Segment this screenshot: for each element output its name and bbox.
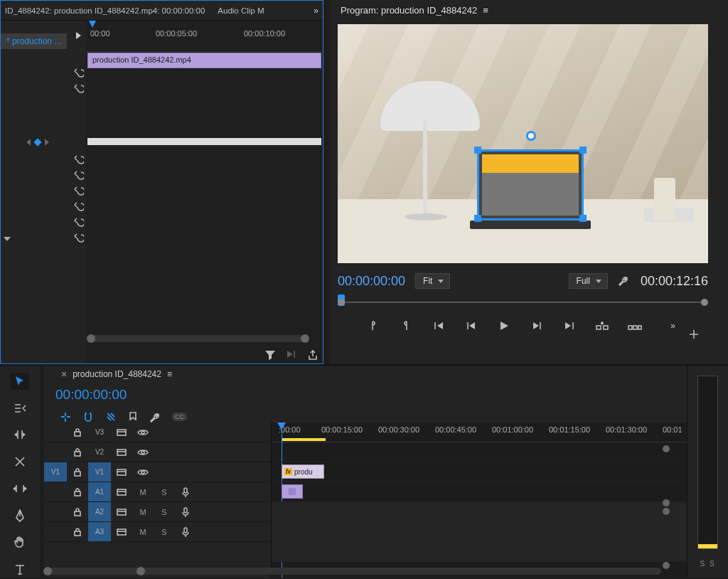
eye-icon[interactable] xyxy=(132,442,154,462)
expand-icon[interactable] xyxy=(76,32,81,39)
zoom-select[interactable]: Fit xyxy=(415,273,450,289)
solo-toggle[interactable]: S xyxy=(154,502,175,521)
rotation-handle-icon[interactable] xyxy=(526,131,536,141)
ripple-edit-tool-icon[interactable] xyxy=(11,427,29,444)
sync-lock-icon[interactable] xyxy=(111,522,132,541)
scrub-handle-icon[interactable] xyxy=(701,299,708,306)
wrench-icon[interactable] xyxy=(149,411,161,423)
timeline-timecode[interactable]: 00:00:00:00 xyxy=(50,383,277,405)
sync-lock-icon[interactable] xyxy=(111,462,132,482)
track-label[interactable]: V1 xyxy=(88,462,111,482)
wrench-icon[interactable] xyxy=(618,275,631,287)
undo-icon[interactable] xyxy=(72,169,85,181)
undo-icon[interactable] xyxy=(72,216,85,228)
prev-keyframe-icon[interactable] xyxy=(26,139,31,146)
mute-toggle[interactable]: M xyxy=(132,522,154,541)
timeline-h-scrollbar[interactable] xyxy=(44,568,661,575)
work-area-bar[interactable] xyxy=(282,438,326,441)
mark-in-icon[interactable] xyxy=(366,319,380,333)
close-icon[interactable]: × xyxy=(61,368,67,380)
lock-icon[interactable] xyxy=(67,462,88,482)
keyframe-diamond-icon[interactable] xyxy=(33,138,41,146)
lock-icon[interactable] xyxy=(67,502,88,521)
track-lane-v3[interactable] xyxy=(272,442,687,462)
hand-tool-icon[interactable] xyxy=(11,534,29,551)
mark-out-icon[interactable] xyxy=(399,319,413,333)
panel-menu-icon[interactable]: ≡ xyxy=(483,5,488,16)
pip-selection-box[interactable] xyxy=(477,149,584,221)
goto-out-icon[interactable] xyxy=(562,319,577,333)
sync-lock-icon[interactable] xyxy=(111,502,132,521)
next-keyframe-icon[interactable] xyxy=(45,139,49,146)
scroll-handle-icon[interactable] xyxy=(301,334,309,343)
program-scrubber[interactable] xyxy=(338,297,708,307)
sequence-name[interactable]: production ID_4884242 xyxy=(73,369,161,379)
audio-meter[interactable] xyxy=(697,376,718,549)
lock-icon[interactable] xyxy=(67,482,88,501)
resolution-select[interactable]: Full xyxy=(569,273,608,289)
v-scroll-handle-icon[interactable] xyxy=(663,562,670,569)
chevron-down-icon[interactable] xyxy=(4,237,11,241)
scroll-handle-icon[interactable] xyxy=(43,567,52,575)
eye-icon[interactable] xyxy=(132,423,154,442)
razor-tool-icon[interactable] xyxy=(11,453,29,470)
selection-handle-icon[interactable] xyxy=(474,147,481,154)
track-select-tool-icon[interactable] xyxy=(11,400,29,417)
snap-icon[interactable] xyxy=(82,411,94,423)
lock-icon[interactable] xyxy=(67,522,88,541)
clip-v1[interactable] xyxy=(282,484,303,499)
selection-handle-icon[interactable] xyxy=(474,215,481,222)
v-scroll-handle-icon[interactable] xyxy=(663,445,670,452)
track-lane-a2[interactable] xyxy=(272,522,687,542)
mic-icon[interactable] xyxy=(175,522,196,541)
play-icon[interactable] xyxy=(497,319,511,333)
mute-toggle[interactable]: M xyxy=(132,502,154,521)
add-button-icon[interactable] xyxy=(687,327,701,341)
solo-toggle[interactable]: S xyxy=(154,522,175,541)
lock-icon[interactable] xyxy=(67,423,88,442)
type-tool-icon[interactable] xyxy=(11,561,29,578)
step-back-icon[interactable] xyxy=(464,319,478,333)
step-forward-icon[interactable] xyxy=(530,319,544,333)
undo-icon[interactable] xyxy=(72,153,85,166)
source-clip[interactable]: production ID_4884242.mp4 xyxy=(87,53,321,68)
scroll-handle-icon[interactable] xyxy=(136,567,145,575)
pen-tool-icon[interactable] xyxy=(11,507,29,524)
filter-icon[interactable] xyxy=(264,349,276,361)
program-viewport[interactable] xyxy=(338,24,708,263)
track-label[interactable]: V3 xyxy=(88,423,111,442)
play-only-icon[interactable] xyxy=(286,349,297,361)
track-label[interactable]: A3 xyxy=(88,522,111,541)
scroll-handle-icon[interactable] xyxy=(87,334,95,343)
sync-lock-icon[interactable] xyxy=(111,423,132,442)
eye-icon[interactable] xyxy=(132,462,154,482)
source-tab-audio[interactable]: Audio Clip M xyxy=(218,6,264,15)
extract-icon[interactable] xyxy=(628,319,642,333)
source-tab-info[interactable]: ID_4884242: production ID_4884242.mp4: 0… xyxy=(5,6,205,15)
track-label[interactable]: A1 xyxy=(88,482,111,501)
scrub-handle-icon[interactable] xyxy=(338,299,345,306)
source-patch-v1[interactable]: V1 xyxy=(44,462,67,482)
undo-icon[interactable] xyxy=(72,200,85,213)
timeline-content[interactable]: :00:00 00:00:15:00 00:00:30:00 00:00:45:… xyxy=(272,423,687,578)
overflow-chevron-icon[interactable]: » xyxy=(314,6,318,16)
v-scroll-handle-icon[interactable] xyxy=(663,499,670,506)
playhead-icon[interactable] xyxy=(89,21,96,28)
track-label[interactable]: V2 xyxy=(88,442,111,462)
track-lane-v1[interactable] xyxy=(272,482,687,502)
goto-in-icon[interactable] xyxy=(432,319,446,333)
undo-icon[interactable] xyxy=(72,231,85,244)
mute-toggle[interactable]: M xyxy=(132,482,154,501)
source-sequence-tab[interactable]: * production ... xyxy=(1,33,67,49)
track-label[interactable]: A2 xyxy=(88,502,111,521)
track-lane-v2[interactable]: fx produ xyxy=(272,462,687,482)
captions-icon[interactable]: CC xyxy=(172,413,187,421)
v-scroll-handle-icon[interactable] xyxy=(663,508,670,515)
clip-v2[interactable]: fx produ xyxy=(282,464,324,479)
selection-handle-icon[interactable] xyxy=(579,215,587,222)
mic-icon[interactable] xyxy=(175,482,196,501)
more-chevron-icon[interactable]: » xyxy=(666,319,680,333)
export-icon[interactable] xyxy=(307,349,318,361)
insert-mode-icon[interactable] xyxy=(60,411,71,423)
linked-selection-icon[interactable] xyxy=(105,411,117,423)
